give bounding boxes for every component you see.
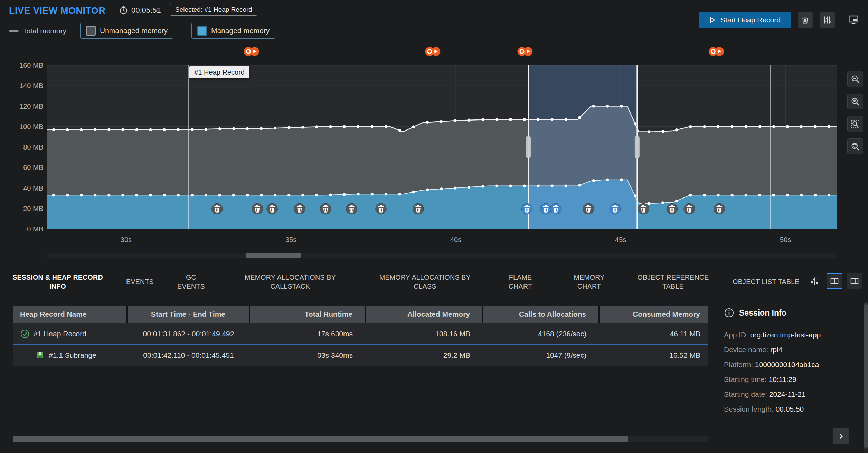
column-header[interactable]: Start Time - End Time [128,306,249,323]
memory-timeline-chart: 0 MB20 MB40 MB60 MB80 MB100 MB120 MB140 … [0,0,868,268]
panel-expand-button[interactable] [833,428,849,444]
gc-collect-marker[interactable] [684,203,695,214]
zoom-to-selection-button[interactable] [847,116,863,132]
session-info-title: Session Info [739,308,786,318]
gc-collect-marker[interactable] [540,203,551,214]
table-cell: 108.16 MB [366,323,483,344]
subrange-icon [36,351,45,360]
zoom-reset-button[interactable] [847,138,863,154]
tab-memory-allocations-by-class[interactable]: MEMORY ALLOCATIONS BY CLASS [371,270,479,293]
vertical-scrollbar-thumb[interactable] [864,303,868,449]
gc-collect-marker[interactable] [610,203,621,214]
tab-memory-chart[interactable]: MEMORY CHART [563,270,615,293]
chart-scrollbar-track[interactable] [47,253,837,258]
delete-records-button[interactable] [798,12,813,28]
column-header[interactable]: Calls to Allocations [483,306,598,323]
layout-split-icon [829,276,840,286]
table-cell: 16.52 MB [600,345,709,366]
session-info-field: Session length: 00:05:50 [724,402,864,416]
gc-collect-marker[interactable] [320,203,331,214]
gc-collect-marker[interactable] [413,203,424,214]
session-info-field: App ID: org.tizen.tmp-test-app [724,327,864,342]
managed-memory-toggle[interactable]: Managed memory [191,23,275,39]
x-axis-label: 50s [780,236,791,243]
screen-icon [848,13,859,25]
session-info-panel: Session Info App ID: org.tizen.tmp-test-… [711,302,864,453]
gc-collect-marker[interactable] [583,203,594,214]
record-name: #1 Heap Record [34,330,86,338]
tab-gc-events[interactable]: GC EVENTS [174,270,208,293]
table-scrollbar-thumb[interactable] [13,436,628,442]
layout-grid-button[interactable] [847,273,862,289]
managed-memory-swatch [197,26,207,36]
tab-events[interactable]: EVENTS [119,270,161,293]
gc-collect-marker[interactable] [521,203,532,214]
tab-object-list-table[interactable]: OBJECT LIST TABLE [730,270,802,293]
gc-collect-marker[interactable] [211,203,223,214]
clock-icon [119,6,128,15]
zoom-selection-icon [850,119,860,129]
session-info-field: Starting time: 10:11:29 [724,372,864,387]
zoom-in-icon [850,97,860,106]
start-heap-record-button[interactable]: Start Heap Record [699,12,791,28]
tab-object-reference-table[interactable]: OBJECT REFERENCE TABLE [630,270,716,293]
play-icon [709,16,716,24]
gc-collect-marker[interactable] [667,203,678,214]
table-cell: 00:01:42.110 - 00:01:45.451 [128,345,249,366]
zoom-out-icon [850,74,860,84]
table-cell: 1047 (9/sec) [484,345,599,366]
layout-grid-icon [849,276,860,286]
tab-memory-allocations-by-callstack[interactable]: MEMORY ALLOCATIONS BY CALLSTACK [237,270,344,293]
gc-collect-marker[interactable] [550,203,561,214]
zoom-reset-icon [850,142,860,151]
gc-collect-marker[interactable] [346,203,357,214]
session-info-field: Platform: 10000000104ab1ca [724,357,864,372]
gc-event-icon[interactable] [425,47,440,56]
table-row[interactable]: #1.1 Subrange00:01:42.110 - 00:01:45.451… [13,344,708,366]
gc-collect-marker[interactable] [267,203,278,214]
table-cell: 46.11 MB [600,323,709,344]
zoom-out-button[interactable] [847,71,863,87]
page-title: LIVE VIEW MONITOR [9,6,106,16]
selection-handle-left[interactable] [526,136,531,158]
table-scrollbar-track[interactable] [13,436,708,442]
gc-event-icon[interactable] [517,47,532,56]
chart-scrollbar-thumb[interactable] [246,253,301,258]
trash-icon [800,15,810,25]
table-cell: 03s 340ms [250,345,365,366]
gc-collect-marker[interactable] [638,203,649,214]
column-header[interactable]: Total Runtime [250,306,365,323]
legend-total-memory: Total memory [9,27,66,35]
column-header[interactable]: Consumed Memory [600,306,708,323]
y-axis-label: 0 MB [27,225,43,233]
gc-event-icon[interactable] [244,47,259,56]
tab-flame-chart[interactable]: FLAME CHART [500,270,541,293]
chart-settings-button[interactable] [820,12,835,28]
tabbar-icons [806,273,862,289]
tab-session-heap-record-info[interactable]: SESSION & HEAP RECORD INFO [4,270,112,293]
gc-collect-marker[interactable] [376,203,387,214]
y-axis-label: 140 MB [19,82,43,89]
gc-collect-marker[interactable] [714,203,725,214]
session-info-field: Device name: rpi4 [724,342,864,357]
column-header[interactable]: Heap Record Name [13,306,126,323]
zoom-in-button[interactable] [847,94,863,109]
info-icon [724,308,734,318]
gc-event-icon[interactable] [709,47,724,56]
session-info-fields: App ID: org.tizen.tmp-test-appDevice nam… [724,327,864,416]
gc-collect-marker[interactable] [252,203,263,214]
check-circle-icon [20,329,29,338]
selection-handle-right[interactable] [635,136,640,158]
live-view-monitor-app: 0 MB20 MB40 MB60 MB80 MB100 MB120 MB140 … [0,0,868,453]
y-axis-label: 100 MB [19,123,43,131]
column-header[interactable]: Allocated Memory [366,306,482,323]
layout-split-button[interactable] [827,273,842,289]
tab-bar: SESSION & HEAP RECORD INFOEVENTSGC EVENT… [0,270,791,293]
unmanaged-memory-toggle[interactable]: Unmanaged memory [80,23,173,39]
x-axis-label: 40s [450,236,461,243]
gc-collect-marker[interactable] [294,203,305,214]
table-filters-button[interactable] [806,273,822,289]
unmanaged-memory-swatch [86,26,96,36]
table-row[interactable]: #1 Heap Record00:01:31.862 - 00:01:49.49… [13,323,708,344]
screen-mirror-button[interactable] [846,12,861,27]
